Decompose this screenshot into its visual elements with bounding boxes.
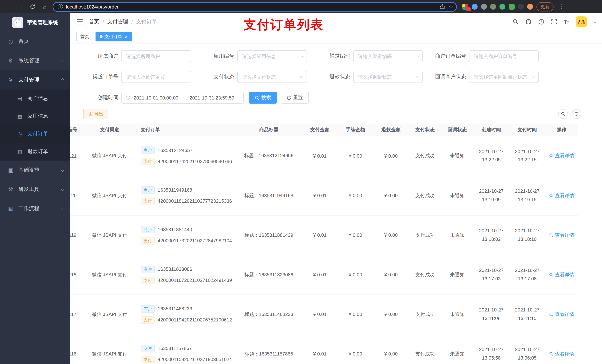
pay-amount: ¥ 0.01 [302, 176, 338, 215]
sidebar-item-workflow[interactable]: ▧ 工作流程 [0, 199, 70, 218]
pay-time: 2021-10-27 13:19:15 [509, 176, 545, 215]
dashboard-icon: ◷ [7, 38, 14, 45]
view-detail-link[interactable]: 查看详情 [549, 153, 574, 159]
sidebar-item-home[interactable]: ◷ 首页 [0, 32, 70, 51]
merchant-input[interactable] [121, 50, 191, 62]
pay-channel: 微信 JSAPI 支付 [87, 255, 132, 294]
font-size-icon[interactable]: TT [564, 19, 569, 25]
info-icon[interactable]: i [58, 4, 63, 9]
sidebar-item-infrastructure[interactable]: ▣ 基础设施 [0, 161, 70, 180]
pay-status: 支付成功 [409, 294, 441, 334]
app-title: 芋道管理系统 [27, 19, 58, 26]
breadcrumb-payment[interactable]: 支付管理 [107, 18, 128, 25]
user-avatar[interactable] [576, 16, 587, 27]
browser-profile-avatar[interactable] [527, 4, 533, 10]
logo[interactable]: 芋道管理系统 [0, 13, 70, 32]
sidebar-item-system[interactable]: ⚙ 系统管理 [0, 51, 70, 70]
col-amount: 支付金额 [302, 124, 338, 136]
bookmark-star-icon[interactable]: ☆ [449, 4, 453, 10]
browser-home-icon[interactable]: ⌂ [40, 2, 49, 11]
create-time: 2021-10-27 13:17:03 [473, 255, 509, 294]
view-detail-link[interactable]: 查看详情 [549, 351, 574, 357]
sidebar-item-app-info[interactable]: ▦ 应用信息 [0, 107, 70, 125]
product-title: 标题：1635311881439 [236, 215, 302, 255]
reset-button[interactable]: 重置 [281, 92, 309, 104]
pay-amount: ¥ 0.01 [302, 294, 338, 334]
sidebar-item-devtools[interactable]: ⚒ 研发工具 [0, 180, 70, 199]
table-row: 118 微信 JSAPI 支付 商户 1635311823086 支 [70, 255, 578, 294]
avatar-dropdown-icon[interactable] [593, 20, 597, 23]
vue-devtools-extension-icon[interactable] [499, 4, 505, 10]
sidebar-item-payment[interactable]: ¥ 支付管理 [0, 70, 70, 90]
create-time-range-picker[interactable]: 2021-10-01 00:00:00 - 2021-10-31 23:59:5… [121, 92, 244, 104]
search-icon[interactable] [513, 19, 518, 24]
hide-search-button[interactable] [558, 109, 568, 119]
merchant-tag: 商户 [141, 147, 155, 154]
pin-extension-icon[interactable] [518, 4, 524, 10]
view-detail-link[interactable]: 查看详情 [549, 232, 574, 239]
pay-time: 2021-10-27 13:11:15 [509, 294, 545, 334]
filter-form: 所属商户 应用编号 渠道编码 商户订单编号 [70, 50, 602, 104]
github-icon[interactable] [525, 19, 531, 25]
sidebar-item-pay-order[interactable]: ◎ 支付订单 [0, 125, 70, 143]
browser-update-button[interactable]: 更新 [537, 2, 553, 11]
extension-badge: 10 [466, 7, 471, 11]
channel-order-no-input[interactable] [121, 71, 191, 83]
sidebar-item-refund-order[interactable]: ▥ 退款订单 [0, 143, 70, 161]
gray-extension-icon[interactable] [481, 4, 487, 10]
reload-icon[interactable] [28, 2, 37, 11]
forward-icon[interactable]: → [16, 2, 25, 11]
chat-extension-icon[interactable] [509, 4, 515, 10]
filter-merchant: 所属商户 [83, 50, 191, 62]
channel-transaction-no: 4200001158202110271903651024 [158, 357, 232, 362]
view-detail-link[interactable]: 查看详情 [549, 192, 574, 199]
merchant-order-no-input[interactable] [469, 50, 539, 62]
fee-amount: ¥ 0.00 [338, 294, 373, 334]
url-bar[interactable]: i localhost:1024/pay/order ☆ [53, 2, 457, 12]
olive-extension-icon[interactable] [490, 4, 496, 10]
sidebar-item-merchant-info[interactable]: ▤ 商户信息 [0, 90, 70, 107]
create-time: 2021-10-27 13:05:58 [473, 334, 509, 364]
breadcrumb-home[interactable]: 首页 [89, 18, 99, 25]
create-time: 2021-10-27 13:22:05 [473, 136, 509, 176]
refresh-table-button[interactable] [572, 109, 581, 119]
merchant-order-no: 1635311949168 [158, 187, 192, 193]
gear-icon: ⚙ [7, 57, 14, 64]
payment-submenu: ▤ 商户信息 ▦ 应用信息 ◎ 支付订单 ▥ 退款订单 [0, 90, 70, 161]
refund-status-select[interactable] [353, 71, 423, 83]
pay-time: 2021-10-27 13:06:05 [509, 334, 545, 364]
merchant-tag: 商户 [141, 305, 155, 312]
notify-status-select[interactable] [469, 71, 539, 83]
share-icon[interactable] [440, 4, 445, 9]
export-button[interactable]: 导出 [83, 109, 108, 119]
refund-amount: ¥ 0.00 [373, 215, 409, 255]
app-id-select[interactable] [237, 50, 307, 62]
annotation-text: 支付订单列表 [244, 16, 323, 33]
back-icon[interactable]: ← [4, 2, 13, 11]
tab-pay-order[interactable]: 支付订单 × [96, 32, 132, 42]
chevron-down-icon [61, 59, 64, 62]
blue-drop-extension-icon[interactable] [472, 4, 478, 10]
colorful-grid-extension-icon[interactable]: 10 [462, 4, 468, 10]
logo-avatar [12, 17, 23, 28]
browser-menu-icon[interactable]: ⋮ [557, 2, 566, 11]
pay-time: 2021-10-27 13:17:08 [509, 255, 545, 294]
view-detail-link[interactable]: 查看详情 [549, 311, 574, 318]
view-detail-link[interactable]: 查看详情 [549, 271, 574, 278]
search-icon [255, 95, 259, 100]
table-toolbar: 导出 [70, 109, 602, 119]
pay-status-select[interactable] [237, 71, 307, 83]
pay-tag: 支付 [141, 158, 155, 165]
fullscreen-icon[interactable] [551, 19, 557, 24]
orders-table: 编号 支付渠道 支付订单 商品标题 支付金额 手续金额 退款金额 支付状态 回调… [70, 124, 578, 364]
notify-status: 未通知 [441, 294, 473, 334]
search-button[interactable]: 搜索 [249, 92, 277, 104]
sidebar-toggle-icon[interactable] [76, 19, 83, 24]
table-row: 120 微信 JSAPI 支付 商户 1635311949168 支 [70, 176, 578, 215]
close-icon[interactable]: × [125, 34, 128, 39]
channel-code-select[interactable] [353, 50, 423, 62]
tab-home[interactable]: 首页 [76, 32, 93, 42]
fee-amount: ¥ 0.00 [338, 136, 373, 176]
active-tab-dot [100, 35, 103, 38]
help-icon[interactable]: ? [538, 19, 544, 25]
